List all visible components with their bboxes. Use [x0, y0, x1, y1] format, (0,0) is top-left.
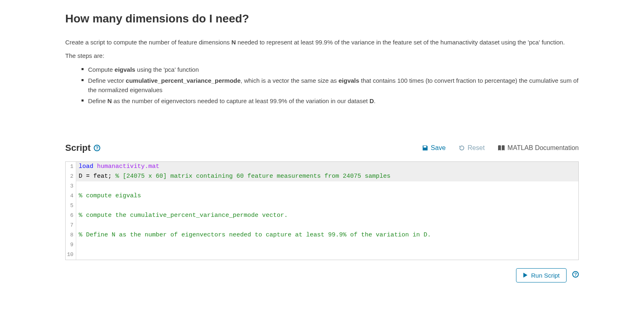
line-number: 9 [66, 240, 76, 250]
line-number: 10 [66, 250, 76, 260]
code-content[interactable]: D = feat; % [24075 x 60] matrix containi… [76, 172, 578, 181]
reset-icon [459, 145, 465, 151]
help-icon[interactable]: ? [94, 145, 100, 151]
line-number: 2 [66, 172, 76, 181]
step-item: Define N as the number of eigenvectors n… [82, 96, 579, 106]
code-line[interactable]: 9 [66, 240, 578, 250]
intro-text-2: needed to represent at least 99.9% of th… [236, 39, 565, 46]
line-number: 1 [66, 162, 76, 172]
save-button[interactable]: Save [422, 144, 446, 152]
code-line[interactable]: 7 [66, 221, 578, 230]
code-line[interactable]: 3 [66, 181, 578, 191]
line-number: 5 [66, 201, 76, 211]
step-bold: cumulative_percent_variance_permode [126, 77, 241, 84]
code-line[interactable]: 8% Define N as the number of eigenvector… [66, 230, 578, 240]
reset-label: Reset [468, 144, 485, 152]
code-content[interactable] [76, 181, 578, 191]
instructions: Create a script to compute the number of… [65, 38, 579, 106]
code-content[interactable]: % Define N as the number of eigenvectors… [76, 230, 578, 240]
intro-text-1: Create a script to compute the number of… [65, 39, 232, 46]
steps-list: Compute eigvals using the 'pca' function… [65, 65, 579, 106]
save-label: Save [431, 144, 446, 152]
intro-bold-N: N [232, 39, 236, 46]
intro-paragraph: Create a script to compute the number of… [65, 38, 579, 47]
step-item: Compute eigvals using the 'pca' function [82, 65, 579, 74]
run-script-label: Run Script [531, 272, 560, 279]
code-content[interactable] [76, 201, 578, 211]
code-content[interactable]: load humanactivity.mat [76, 162, 578, 172]
svg-text:?: ? [574, 272, 577, 277]
footer-help-icon[interactable]: ? [572, 271, 579, 279]
step-item: Define vector cumulative_percent_varianc… [82, 76, 579, 95]
code-content[interactable] [76, 240, 578, 250]
svg-rect-3 [501, 146, 502, 150]
code-content[interactable]: % compute the cumulative_percent_varianc… [76, 211, 578, 221]
page-title: How many dimensions do I need? [65, 12, 579, 25]
code-line[interactable]: 4% compute eigvals [66, 191, 578, 201]
code-content[interactable] [76, 221, 578, 230]
save-icon [422, 145, 428, 151]
documentation-button[interactable]: MATLAB Documentation [498, 144, 579, 152]
svg-text:?: ? [96, 146, 99, 150]
line-number: 7 [66, 221, 76, 230]
code-line[interactable]: 5 [66, 201, 578, 211]
book-icon [498, 145, 505, 151]
script-section-title: Script [65, 143, 90, 153]
line-number: 3 [66, 181, 76, 191]
code-editor[interactable]: 1load humanactivity.mat2D = feat; % [240… [65, 161, 579, 260]
step-bold: N [108, 97, 112, 104]
code-line[interactable]: 1load humanactivity.mat [66, 162, 578, 172]
line-number: 8 [66, 230, 76, 240]
code-content[interactable] [76, 250, 578, 260]
code-line[interactable]: 2D = feat; % [24075 x 60] matrix contain… [66, 172, 578, 181]
step-bold: eigvals [115, 66, 135, 73]
svg-rect-2 [425, 146, 426, 147]
editor-toolbar: Save Reset MATLAB Documentation [422, 144, 579, 152]
step-bold: D [369, 97, 374, 104]
documentation-label: MATLAB Documentation [507, 144, 579, 152]
code-line[interactable]: 6% compute the cumulative_percent_varian… [66, 211, 578, 221]
code-line[interactable]: 10 [66, 250, 578, 260]
play-icon [523, 272, 528, 278]
code-content[interactable]: % compute eigvals [76, 191, 578, 201]
line-number: 6 [66, 211, 76, 221]
run-script-button[interactable]: Run Script [516, 268, 567, 282]
line-number: 4 [66, 191, 76, 201]
steps-label: The steps are: [65, 51, 579, 60]
step-bold: eigvals [338, 77, 359, 84]
reset-button[interactable]: Reset [459, 144, 485, 152]
